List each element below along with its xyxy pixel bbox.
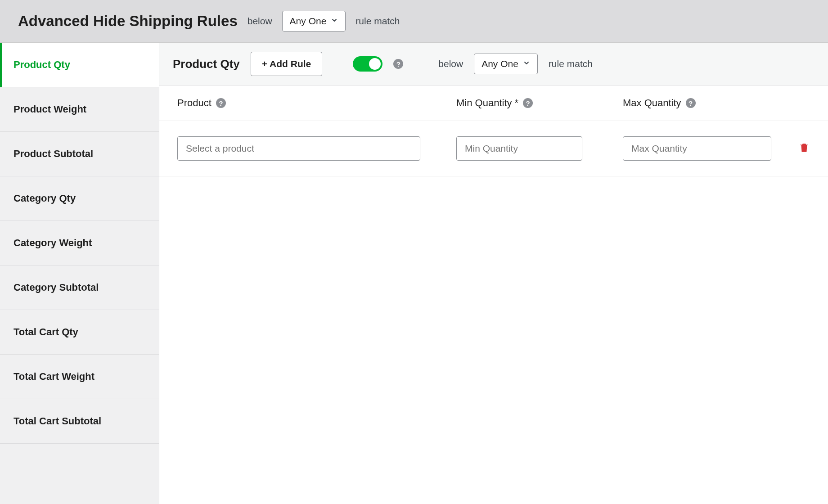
sidebar-item-label: Total Cart Weight — [14, 371, 94, 382]
rule-row — [159, 121, 828, 176]
chevron-down-icon — [331, 17, 338, 26]
sidebar-item-category-qty[interactable]: Category Qty — [0, 176, 159, 221]
min-quantity-input[interactable] — [456, 136, 582, 161]
header-match-select-label: Any One — [290, 16, 327, 27]
sidebar-item-category-weight[interactable]: Category Weight — [0, 221, 159, 266]
columns-header: Product ? Min Quantity * ? Max Quantity … — [159, 86, 828, 121]
column-product-label: Product — [177, 97, 212, 109]
header-below-label: below — [248, 16, 272, 27]
main-rulematch-label: rule match — [549, 58, 593, 69]
add-rule-button[interactable]: + Add Rule — [251, 52, 322, 76]
page-header: Advanced Hide Shipping Rules below Any O… — [0, 0, 828, 43]
sidebar-item-label: Total Cart Subtotal — [14, 415, 101, 427]
sidebar-item-product-qty[interactable]: Product Qty — [0, 43, 159, 87]
toggle-knob — [369, 58, 381, 70]
sidebar-item-total-cart-subtotal[interactable]: Total Cart Subtotal — [0, 399, 159, 444]
sidebar-item-label: Category Weight — [14, 237, 92, 248]
main-match-select-label: Any One — [482, 58, 518, 69]
sidebar-item-product-weight[interactable]: Product Weight — [0, 87, 159, 132]
sidebar-item-category-subtotal[interactable]: Category Subtotal — [0, 266, 159, 310]
header-rulematch-label: rule match — [356, 16, 400, 27]
sidebar-item-label: Total Cart Qty — [14, 326, 78, 338]
sidebar-item-label: Product Weight — [14, 104, 86, 115]
main-match-select[interactable]: Any One — [474, 54, 538, 74]
main-header: Product Qty + Add Rule ? below Any One r… — [159, 43, 828, 86]
enable-toggle[interactable] — [353, 56, 382, 72]
sidebar: Product Qty Product Weight Product Subto… — [0, 43, 159, 504]
sidebar-item-total-cart-qty[interactable]: Total Cart Qty — [0, 310, 159, 355]
main-title: Product Qty — [173, 57, 240, 71]
sidebar-item-label: Category Qty — [14, 193, 76, 204]
sidebar-item-label: Category Subtotal — [14, 282, 99, 293]
help-icon[interactable]: ? — [393, 59, 403, 69]
header-match-select[interactable]: Any One — [282, 11, 346, 32]
main-below-label: below — [438, 58, 463, 69]
product-select-input[interactable] — [177, 136, 420, 161]
main-panel: Product Qty + Add Rule ? below Any One r… — [159, 43, 828, 504]
column-min-label: Min Quantity * — [456, 97, 518, 109]
sidebar-item-label: Product Qty — [14, 59, 70, 70]
sidebar-item-product-subtotal[interactable]: Product Subtotal — [0, 132, 159, 176]
trash-icon[interactable] — [798, 145, 810, 155]
chevron-down-icon — [523, 59, 530, 69]
column-max-label: Max Quantity — [623, 97, 681, 109]
sidebar-item-label: Product Subtotal — [14, 148, 93, 159]
page-title: Advanced Hide Shipping Rules — [18, 13, 238, 30]
help-icon[interactable]: ? — [523, 98, 533, 108]
help-icon[interactable]: ? — [216, 98, 226, 108]
help-icon[interactable]: ? — [686, 98, 696, 108]
max-quantity-input[interactable] — [623, 136, 771, 161]
sidebar-item-total-cart-weight[interactable]: Total Cart Weight — [0, 355, 159, 399]
